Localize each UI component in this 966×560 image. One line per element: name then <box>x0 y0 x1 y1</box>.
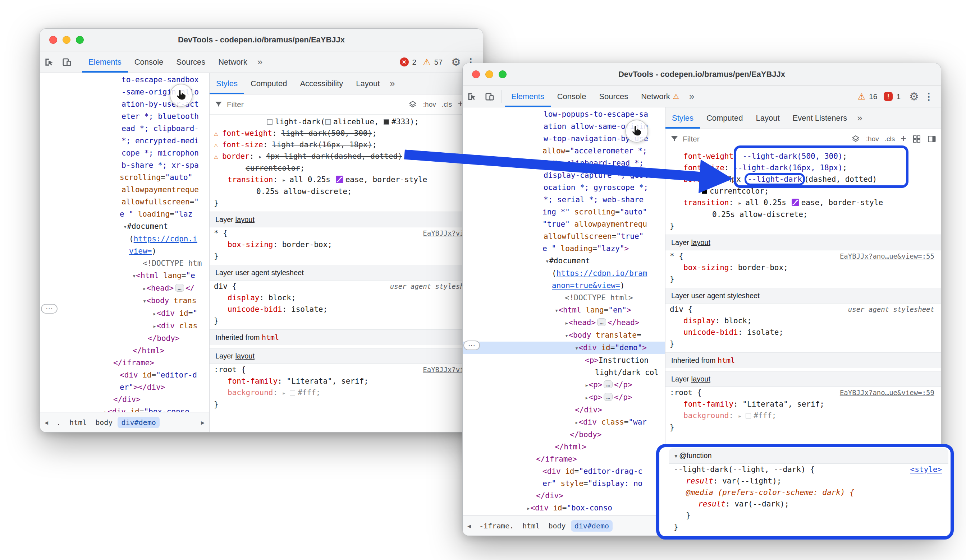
dom-row[interactable]: light/dark col <box>463 367 665 378</box>
close-button[interactable] <box>472 70 480 78</box>
code-fn[interactable]: --light-dark(16px, 18px) <box>733 164 842 172</box>
code-ell-ellipsis-button[interactable]: … <box>597 318 606 326</box>
rule-source-link[interactable]: EaYBJJx?ano…ue&view=:55 <box>840 251 934 262</box>
style-row[interactable]: EaYBJJx?ano…ue&view=:55* { <box>665 251 941 262</box>
function-row[interactable]: } <box>669 510 948 521</box>
style-row[interactable]: } <box>665 220 941 232</box>
dom-row[interactable]: scrolling="auto" <box>40 171 209 183</box>
document-url-link[interactable]: https://cdpn.i <box>134 234 197 243</box>
dom-row[interactable]: </iframe> <box>40 357 209 369</box>
function-row[interactable]: result: var(--light); <box>669 475 948 487</box>
dom-row[interactable]: er"></div> <box>40 381 209 393</box>
dom-row[interactable]: ▾<html lang="e <box>40 269 209 282</box>
error-count[interactable]: 2 <box>412 58 417 66</box>
dom-row[interactable]: </div> <box>463 490 665 502</box>
breadcrumb-html[interactable]: html <box>519 520 543 532</box>
dom-row[interactable]: e " loading="lazy"> <box>463 242 665 255</box>
tab-layout[interactable]: Layout <box>350 73 386 94</box>
tab-elements[interactable]: Elements <box>82 51 128 72</box>
new-style-rule-button[interactable]: + <box>900 133 906 144</box>
titlebar-2[interactable]: DevTools - codepen.io/bramus/pen/EaYBJJx <box>463 63 941 86</box>
dom-row[interactable]: er" style="display: no <box>463 477 665 490</box>
style-row[interactable]: border: ▸ 4px --light-dark(dashed, dotte… <box>665 174 941 185</box>
more-panels-button[interactable]: » <box>254 51 266 72</box>
dom-row[interactable]: (https://cdpn.io/bram <box>463 267 665 280</box>
code-tri-expand-icon[interactable]: ▾ <box>565 332 568 339</box>
crumb-scroll-right-icon[interactable]: ▸ <box>196 418 209 427</box>
inspect-element-icon[interactable] <box>40 51 58 72</box>
dom-row[interactable]: </div> <box>463 404 665 416</box>
style-row[interactable]: EaYBJJx?ano…ue&view=:59:root { <box>665 387 941 398</box>
more-sidebar-tabs-button[interactable]: » <box>386 73 398 94</box>
style-row[interactable]: currentcolor; <box>210 162 483 174</box>
code-tri-expand-icon[interactable]: ▾ <box>674 453 679 459</box>
style-row[interactable]: } <box>665 422 941 433</box>
warning-count[interactable]: 57 <box>434 58 442 66</box>
code-ell-ellipsis-button[interactable]: … <box>175 284 184 291</box>
dom-row[interactable]: ▾<html lang="en"> <box>463 304 665 316</box>
code-sechtml[interactable]: html <box>262 333 279 342</box>
code-tri-expand-icon[interactable]: ▾ <box>132 272 136 280</box>
section-header[interactable]: Layer layout <box>665 371 941 387</box>
tab-sources[interactable]: Sources <box>170 51 212 72</box>
dom-row[interactable]: ▸<div id=" <box>40 307 209 320</box>
style-row[interactable]: display: block; <box>665 315 941 326</box>
styles-filter-input[interactable] <box>683 135 751 143</box>
dom-row[interactable]: allowfullscreen="true" <box>463 230 665 242</box>
document-url-link[interactable]: anon=true&view= <box>552 281 620 290</box>
style-row[interactable]: } <box>210 251 483 262</box>
more-sidebar-tabs-button[interactable]: » <box>853 107 866 129</box>
breadcrumb-body[interactable]: body <box>545 520 570 532</box>
dom-row[interactable]: *; encrypted-medi <box>40 135 209 147</box>
dom-row[interactable]: ▸<head>…</ <box>40 282 209 295</box>
toggle-state-button-hov[interactable]: :hov <box>423 101 436 108</box>
style-row[interactable]: 0.25s allow-discrete; <box>210 186 483 197</box>
style-row[interactable]: background: ▸ #fff; <box>210 387 483 399</box>
dom-row[interactable]: (https://cdpn.i <box>40 233 209 245</box>
style-row[interactable]: ⚠ border: ▸ 4px light-dark(dashed, dotte… <box>210 151 483 162</box>
dom-row[interactable]: ▸<div id="box-conso <box>40 406 209 412</box>
dom-row[interactable]: <div id="editor-d <box>40 369 209 381</box>
minimize-button[interactable] <box>485 70 493 78</box>
code-tri-expand-icon[interactable]: ▸ <box>527 505 530 512</box>
breadcrumb-div#demo[interactable]: div#demo <box>118 417 159 428</box>
minimize-button[interactable] <box>62 36 71 44</box>
tab-network[interactable]: Network <box>212 51 254 72</box>
code-srclink[interactable]: EaYBJJx?ano…ue&view=:55 <box>840 252 934 260</box>
breadcrumb-body[interactable]: body <box>92 417 116 428</box>
titlebar-1[interactable]: DevTools - codepen.io/bramus/pen/EaYBJJx <box>40 29 483 51</box>
dom-row[interactable]: *; serial *; web-share <box>463 193 665 206</box>
crumb-scroll-left-icon[interactable]: ◂ <box>463 522 476 530</box>
code-stylelink[interactable]: <style> <box>910 465 942 474</box>
code-seclink[interactable]: layout <box>691 375 710 383</box>
issue-count[interactable]: 1 <box>896 92 900 101</box>
styles-filter-input[interactable] <box>227 100 295 109</box>
style-row[interactable]: font-size: --light-dark(16px, 18px); <box>665 162 941 174</box>
code-tri-expand-icon[interactable]: ▸ <box>153 310 156 317</box>
section-header[interactable]: ▾ @function <box>669 448 948 464</box>
warning-icon[interactable]: ⚠ <box>858 92 866 102</box>
dom-row[interactable]: a *; clipboard-read *; <box>463 157 665 169</box>
style-row[interactable]: light-dark(aliceblue, #333); <box>210 116 483 128</box>
tab-styles[interactable]: Styles <box>210 73 244 94</box>
code-tri-expand-icon[interactable]: ▸ <box>738 199 745 206</box>
breadcrumb--[interactable]: . <box>53 417 64 428</box>
section-header[interactable]: Layer user agent stylesheet <box>665 288 941 303</box>
style-row[interactable]: unicode-bidi: isolate; <box>210 303 483 315</box>
style-row[interactable]: ⚠ font-weight: light-dark(500, 300); <box>210 128 483 139</box>
tab-network[interactable]: Network⚠ <box>634 86 685 107</box>
style-row[interactable]: box-sizing: border-box; <box>665 262 941 273</box>
more-actions-pill[interactable]: ⋯ <box>41 304 58 314</box>
code-tri-expand-icon[interactable]: ▸ <box>575 419 578 426</box>
dom-row[interactable]: ocation *; gyroscope *; <box>463 182 665 193</box>
tab-styles[interactable]: Styles <box>665 107 700 129</box>
dom-row[interactable]: ead *; clipboard- <box>40 123 209 135</box>
rule-source-link[interactable]: user agent stylesheet <box>848 303 934 315</box>
dom-row[interactable]: display-capture *; geol <box>463 169 665 182</box>
grid-editor-icon[interactable] <box>912 134 922 144</box>
tab-layout[interactable]: Layout <box>749 107 786 129</box>
code-tri-expand-icon[interactable]: ▾ <box>555 307 558 314</box>
settings-gear-icon[interactable]: ⚙ <box>451 56 461 68</box>
dom-row[interactable]: <!DOCTYPE htm <box>40 257 209 269</box>
style-row[interactable]: unicode-bidi: isolate; <box>665 326 941 338</box>
